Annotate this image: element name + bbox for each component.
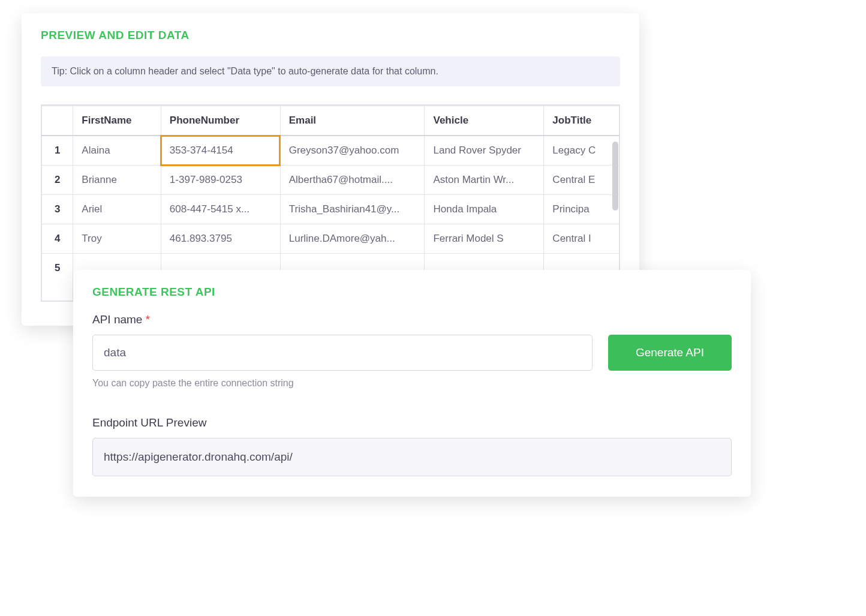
generate-api-card: GENERATE REST API API name * Generate AP…: [73, 270, 751, 497]
row-number: 2: [42, 166, 73, 195]
cell-firstname[interactable]: Brianne: [73, 166, 161, 195]
column-header-vehicle[interactable]: Vehicle: [425, 106, 544, 136]
column-header-firstname[interactable]: FirstName: [73, 106, 161, 136]
cell-jobtitle[interactable]: Legacy C: [544, 136, 620, 166]
cell-email[interactable]: Greyson37@yahoo.com: [280, 136, 425, 166]
endpoint-label: Endpoint URL Preview: [92, 416, 732, 429]
row-number: 1: [42, 136, 73, 166]
preview-section-title: PREVIEW AND EDIT DATA: [41, 29, 620, 42]
cell-firstname[interactable]: Troy: [73, 224, 161, 254]
row-number: 4: [42, 224, 73, 254]
column-header-jobtitle[interactable]: JobTitle: [544, 106, 620, 136]
api-name-label: API name *: [92, 313, 732, 326]
column-header-phonenumber[interactable]: PhoneNumber: [161, 106, 280, 136]
api-input-row: Generate API: [92, 335, 732, 371]
cell-vehicle[interactable]: Aston Martin Wr...: [425, 166, 544, 195]
tip-message: Tip: Click on a column header and select…: [41, 56, 620, 86]
cell-email[interactable]: Lurline.DAmore@yah...: [280, 224, 425, 254]
cell-vehicle[interactable]: Land Rover Spyder: [425, 136, 544, 166]
row-number: 3: [42, 195, 73, 224]
cell-jobtitle[interactable]: Principa: [544, 195, 620, 224]
cell-email[interactable]: Trisha_Bashirian41@y...: [280, 195, 425, 224]
cell-phonenumber-selected[interactable]: 353-374-4154: [161, 136, 280, 166]
cell-jobtitle[interactable]: Central I: [544, 224, 620, 254]
table-header-row: FirstName PhoneNumber Email Vehicle JobT…: [42, 106, 620, 136]
api-section-title: GENERATE REST API: [92, 286, 732, 299]
cell-firstname[interactable]: Alaina: [73, 136, 161, 166]
api-hint-text: You can copy paste the entire connection…: [92, 378, 732, 389]
table-row: 2 Brianne 1-397-989-0253 Albertha67@hotm…: [42, 166, 620, 195]
cell-vehicle[interactable]: Honda Impala: [425, 195, 544, 224]
table-row: 4 Troy 461.893.3795 Lurline.DAmore@yah..…: [42, 224, 620, 254]
generate-api-button[interactable]: Generate API: [608, 335, 732, 371]
vertical-scrollbar[interactable]: [612, 142, 618, 211]
cell-phonenumber[interactable]: 1-397-989-0253: [161, 166, 280, 195]
cell-email[interactable]: Albertha67@hotmail....: [280, 166, 425, 195]
cell-phonenumber[interactable]: 608-447-5415 x...: [161, 195, 280, 224]
api-name-label-text: API name: [92, 313, 142, 326]
cell-jobtitle[interactable]: Central E: [544, 166, 620, 195]
table-row: 3 Ariel 608-447-5415 x... Trisha_Bashiri…: [42, 195, 620, 224]
row-number-header[interactable]: [42, 106, 73, 136]
required-asterisk: *: [146, 313, 150, 326]
cell-phonenumber[interactable]: 461.893.3795: [161, 224, 280, 254]
endpoint-url-preview[interactable]: https://apigenerator.dronahq.com/api/: [92, 438, 732, 476]
row-number: 5: [42, 254, 73, 301]
cell-vehicle[interactable]: Ferrari Model S: [425, 224, 544, 254]
api-name-input[interactable]: [92, 335, 593, 371]
table-row: 1 Alaina 353-374-4154 Greyson37@yahoo.co…: [42, 136, 620, 166]
cell-firstname[interactable]: Ariel: [73, 195, 161, 224]
column-header-email[interactable]: Email: [280, 106, 425, 136]
